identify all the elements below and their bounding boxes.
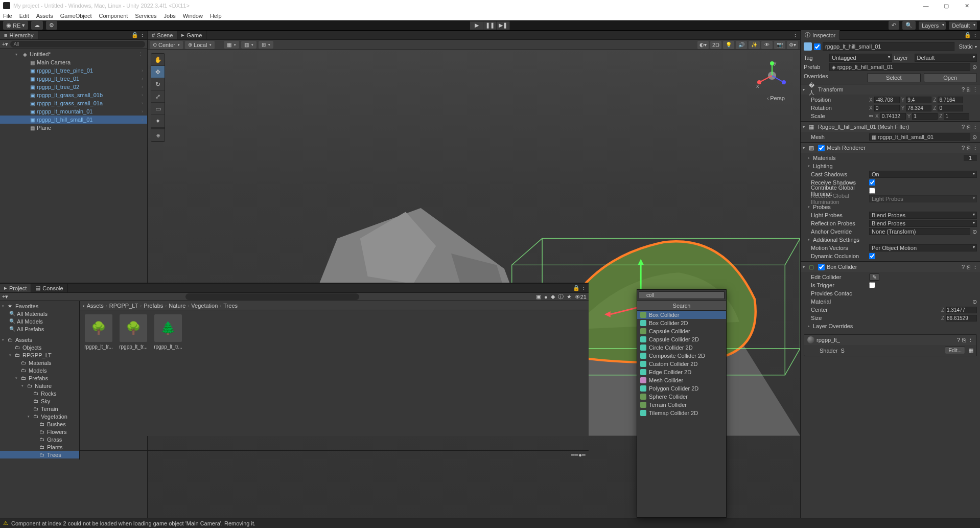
hierarchy-item[interactable]: ▣rpgpp_lt_grass_small_01a› <box>0 99 147 107</box>
inspector-tab[interactable]: ⓘ Inspector <box>801 30 840 40</box>
rotation-z-input[interactable] <box>938 105 963 111</box>
scene-menu-icon[interactable]: ⋮ <box>138 52 143 57</box>
rotation-x-input[interactable] <box>874 105 900 111</box>
menu-assets[interactable]: Assets <box>36 13 53 19</box>
axis-gizmo[interactable]: y x ‹ Persp <box>754 55 790 101</box>
position-z-input[interactable] <box>938 97 963 103</box>
prefab-locate-icon[interactable]: ⊙ <box>972 64 977 71</box>
menu-component[interactable]: Component <box>99 13 128 19</box>
component-result[interactable]: Box Collider <box>637 311 726 319</box>
component-result[interactable]: Capsule Collider 2D <box>637 335 726 343</box>
project-search-input[interactable] <box>185 293 359 300</box>
menu-help[interactable]: Help <box>210 13 222 19</box>
scale-x-input[interactable] <box>880 113 906 120</box>
menu-file[interactable]: File <box>3 13 12 19</box>
scene-tab[interactable]: # Scene <box>148 31 177 39</box>
light-probes-dropdown[interactable]: Blend Probes <box>869 212 977 219</box>
account-dropdown[interactable]: ◉ RE ▾ <box>3 21 28 30</box>
breadcrumb-item[interactable]: Prefabs <box>144 303 163 309</box>
component-result[interactable]: Tilemap Collider 2D <box>637 409 726 417</box>
scene-menu-icon[interactable]: ⋮ <box>792 32 798 38</box>
hierarchy-menu-icon[interactable]: ⋮ <box>139 32 145 38</box>
project-lock-icon[interactable]: 🔒 <box>573 285 580 291</box>
component-search-input[interactable] <box>639 291 725 299</box>
project-tab[interactable]: ▸ Project <box>0 284 31 292</box>
mesh-field[interactable]: ▦ rpgpp_lt_hill_small_01 <box>869 133 970 141</box>
snap-settings-button[interactable]: ⊞▾ <box>259 41 273 49</box>
asset-item[interactable]: 🌳rpgpp_lt_tr... <box>84 314 113 350</box>
prefab-open-button[interactable]: Open <box>924 73 977 82</box>
mesh-renderer-enabled-checkbox[interactable] <box>818 145 825 151</box>
object-picker-icon[interactable]: ⊙ <box>972 134 977 141</box>
project-folder[interactable]: ▾🗀Vegetation <box>0 412 79 420</box>
project-folder[interactable]: 🗀Terrain <box>0 405 79 412</box>
project-folder[interactable]: 🗀Grass <box>0 435 79 443</box>
camera-settings-button[interactable]: 📷 <box>774 41 785 49</box>
layer-dropdown[interactable]: Default <box>915 54 977 62</box>
gameobject-cube-icon[interactable] <box>804 42 812 51</box>
layers-dropdown[interactable]: Layers <box>919 21 946 30</box>
step-button[interactable]: ▶❚ <box>497 21 510 30</box>
shader-dropdown[interactable]: S <box>841 348 942 354</box>
close-button[interactable]: ✕ <box>956 3 977 9</box>
hierarchy-tab[interactable]: ≡ Hierarchy <box>0 31 38 39</box>
breadcrumb-item[interactable]: Assets <box>87 303 104 309</box>
scale-tool[interactable]: ⤢ <box>151 90 165 103</box>
hierarchy-item[interactable]: ▣rpgpp_lt_tree_01› <box>0 75 147 83</box>
draw-mode-dropdown[interactable]: ◐▾ <box>697 41 709 49</box>
asset-item[interactable]: 🌳rpgpp_lt_tr... <box>119 314 148 350</box>
rotation-y-input[interactable] <box>906 105 931 111</box>
breadcrumb-item[interactable]: Vegetation <box>191 303 218 309</box>
move-tool[interactable]: ✥ <box>151 66 165 78</box>
asset-item[interactable]: 🌲rpgpp_lt_tr... <box>153 314 183 350</box>
gizmos-dropdown[interactable]: ⚙▾ <box>787 41 798 49</box>
minimize-button[interactable]: — <box>916 3 936 9</box>
fx-toggle[interactable]: ✨ <box>749 41 760 49</box>
hierarchy-lock-icon[interactable]: 🔒 <box>131 32 138 38</box>
component-result[interactable]: Capsule Collider <box>637 327 726 335</box>
project-folder[interactable]: 🗀Models <box>0 366 79 374</box>
scale-link-icon[interactable]: ⚯ <box>869 113 873 119</box>
prefab-select-button[interactable]: Select <box>867 73 920 82</box>
contribute-gi-checkbox[interactable] <box>869 188 875 194</box>
search-by-label-icon[interactable]: ◆ <box>551 293 555 300</box>
menu-window[interactable]: Window <box>183 13 203 19</box>
breadcrumb-item[interactable]: RPGPP_LT <box>109 303 138 309</box>
gameobject-name-input[interactable] <box>823 42 954 51</box>
menu-edit[interactable]: Edit <box>19 13 29 19</box>
space-toggle[interactable]: ⊕Local▾ <box>185 41 215 49</box>
project-folder[interactable]: ▾🗀Prefabs <box>0 374 79 382</box>
is-trigger-checkbox[interactable] <box>869 282 875 288</box>
snap-increment-button[interactable]: ▥▾ <box>241 41 256 49</box>
help-icon[interactable]: ? <box>962 86 965 93</box>
component-menu-icon[interactable]: ⋮ <box>972 86 978 93</box>
hand-tool[interactable]: ✋ <box>151 54 165 66</box>
component-result[interactable]: Composite Collider 2D <box>637 352 726 360</box>
favorite-item[interactable]: 🔍All Materials <box>0 310 79 317</box>
inspector-menu-icon[interactable]: ⋮ <box>972 32 978 38</box>
component-result[interactable]: Mesh Collider <box>637 376 726 384</box>
game-tab[interactable]: ▸ Game <box>177 31 206 39</box>
reflection-probes-dropdown[interactable]: Blend Probes <box>869 220 977 227</box>
component-result[interactable]: Edge Collider 2D <box>637 368 726 376</box>
project-folder[interactable]: ▾🗀Nature <box>0 382 79 389</box>
project-folder-selected[interactable]: 🗀Trees <box>0 451 79 458</box>
favorite-star-icon[interactable]: ★ <box>567 293 572 300</box>
prefab-asset-field[interactable]: ◈ rpgpp_lt_hill_small_01 <box>829 63 970 71</box>
custom-tool[interactable]: ⎈ <box>151 129 165 142</box>
pause-button[interactable]: ❚❚ <box>483 21 497 30</box>
visibility-toggle[interactable]: 👁 <box>761 41 773 49</box>
create-dropdown-icon[interactable]: +▾ <box>2 41 8 48</box>
project-folder[interactable]: ▾🗀RPGPP_LT <box>0 351 79 359</box>
motion-vectors-dropdown[interactable]: Per Object Motion <box>869 244 977 251</box>
favorite-item[interactable]: 🔍All Prefabs <box>0 325 79 333</box>
project-menu-icon[interactable]: ⋮ <box>581 285 587 291</box>
hidden-toggle-icon[interactable]: 👁21 <box>575 294 587 300</box>
project-folder[interactable]: 🗀Bushes <box>0 420 79 428</box>
search-help-icon[interactable]: ⓘ <box>558 293 564 301</box>
play-button[interactable]: ▶ <box>470 21 483 30</box>
console-tab[interactable]: ▤ Console <box>31 284 67 292</box>
project-folder[interactable]: 🗀Flowers <box>0 428 79 435</box>
component-result[interactable]: Polygon Collider 2D <box>637 384 726 393</box>
project-folder[interactable]: 🗀Plants <box>0 443 79 451</box>
